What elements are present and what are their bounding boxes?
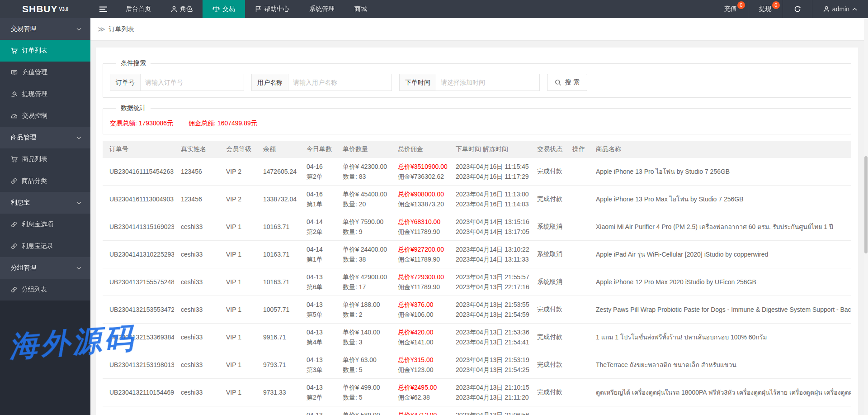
menu-item-help-center[interactable]: 帮助中心: [245, 0, 299, 18]
scrollbar-thumb[interactable]: [864, 156, 868, 253]
cell-day-orders: 04-13第6单: [300, 268, 336, 296]
table-row[interactable]: UB2304132106562365 ceshi33 VIP 1 9613.53…: [103, 406, 851, 415]
cell-action: [566, 186, 589, 213]
cell-balance: 1472605.24: [256, 158, 300, 186]
table-row[interactable]: UB2304132153198013 ceshi33 VIP 1 9793.71…: [103, 351, 851, 379]
table-row[interactable]: UB2304161115454263 123456 VIP 2 1472605.…: [103, 158, 851, 186]
cell-real-name: 123456: [174, 158, 219, 186]
main-content: 条件搜索 订单号 用户名称 下单时间 搜 索: [90, 41, 863, 415]
table-row[interactable]: UB2304132153553472 ceshi33 VIP 1 10057.7…: [103, 296, 851, 324]
cell-member-level: VIP 1: [219, 406, 256, 415]
sidebar-item-trade-control[interactable]: 交易控制: [0, 105, 90, 127]
cell-order-time: 2023年04月13日 21:53:192023年04月13日 21:54:25: [449, 351, 530, 379]
sidebar-item-order-list[interactable]: 订单列表: [0, 40, 90, 62]
breadcrumb: ≫ 订单列表: [90, 18, 868, 41]
cell-total-commission: 总价¥68310.00佣金¥11789.90: [391, 213, 449, 241]
cell-action: [566, 379, 589, 406]
cell-total-commission: 总价¥420.00佣金¥141.00: [391, 324, 449, 351]
username-input[interactable]: [288, 74, 392, 91]
cell-trade-status: 完成付款: [530, 406, 566, 415]
menu-item-roles[interactable]: 角色: [161, 0, 203, 18]
cell-member-level: VIP 1: [219, 268, 256, 296]
search-button[interactable]: 搜 索: [547, 74, 587, 91]
col-real-name: 真实姓名: [174, 141, 219, 158]
cell-total-commission: 总价¥2495.00佣金¥62.38: [391, 379, 449, 406]
cell-product-name: Zesty Paws Pill Wrap Probiotic Paste for…: [589, 296, 851, 324]
sidebar-item-label: 提现管理: [22, 90, 47, 98]
order-time-label: 下单时间: [399, 74, 436, 91]
search-row: 订单号 用户名称 下单时间 搜 索: [110, 74, 844, 91]
cell-balance: 10057.71: [256, 296, 300, 324]
table-row[interactable]: UB2304141315169023 ceshi33 VIP 1 10163.7…: [103, 213, 851, 241]
col-price-qty: 单价数量: [336, 141, 391, 158]
cell-order-no: UB2304132153369384: [103, 324, 174, 351]
sidebar-item-interest-records[interactable]: 利息宝记录: [0, 235, 90, 257]
cell-price-qty: 单价¥ 45400.00数量: 20: [336, 186, 391, 213]
cart-icon: [11, 48, 18, 54]
cell-action: [566, 406, 589, 415]
cell-order-time: 2023年04月13日 21:55:572023年04月13日 22:17:16: [449, 268, 530, 296]
sidebar-group-group-management[interactable]: 分组管理: [0, 257, 90, 279]
order-time-input[interactable]: [436, 74, 540, 91]
table-row[interactable]: UB2304132153369384 ceshi33 VIP 1 9916.71…: [103, 324, 851, 351]
menu-item-dashboard[interactable]: 后台首页: [116, 0, 161, 18]
cell-trade-status: 完成付款: [530, 324, 566, 351]
sidebar-item-product-list[interactable]: 商品列表: [0, 148, 90, 170]
sidebar-collapse-button[interactable]: [90, 0, 116, 18]
cell-member-level: VIP 2: [219, 186, 256, 213]
cell-real-name: ceshi33: [174, 213, 219, 241]
stats-fieldset: 数据统计 交易总额: 17930086元 佣金总额: 1607499.89元: [103, 104, 851, 134]
cell-order-no: UB2304132153553472: [103, 296, 174, 324]
cell-order-no: UB2304132110154469: [103, 379, 174, 406]
sidebar-group-interest-treasure[interactable]: 利息宝: [0, 192, 90, 214]
sidebar-item-product-category[interactable]: 商品分类: [0, 170, 90, 192]
sidebar-item-recharge-management[interactable]: 充值管理: [0, 62, 90, 83]
search-legend: 条件搜索: [116, 59, 151, 67]
menu-item-mall[interactable]: 商城: [344, 0, 377, 18]
total-commission-amount: 佣金总额: 1607499.89元: [189, 119, 257, 128]
chevron-down-icon: [76, 28, 81, 31]
sidebar-item-interest-options[interactable]: 利息宝选项: [0, 214, 90, 235]
page-scrollbar[interactable]: [864, 18, 868, 415]
cell-day-orders: 04-14第1单: [300, 241, 336, 268]
cell-trade-status: 系统取消: [530, 213, 566, 241]
cell-day-orders: 04-16第2单: [300, 158, 336, 186]
cell-day-orders: 04-14第2单: [300, 213, 336, 241]
cell-order-no: UB2304132153198013: [103, 351, 174, 379]
cell-day-orders: 04-16第1单: [300, 186, 336, 213]
cell-real-name: ceshi33: [174, 296, 219, 324]
order-no-label: 订单号: [110, 74, 140, 91]
sidebar-group-product-management[interactable]: 商品管理: [0, 127, 90, 148]
menu-item-trade[interactable]: 交易: [203, 0, 245, 18]
content-panel: 条件搜索 订单号 用户名称 下单时间 搜 索: [96, 48, 858, 415]
user-icon: [823, 6, 830, 12]
app-logo[interactable]: SHBUY V3.0: [0, 0, 90, 18]
menu-item-label: 后台首页: [126, 5, 151, 13]
order-table-body: UB2304161115454263 123456 VIP 2 1472605.…: [103, 158, 851, 415]
sidebar-item-withdraw-management[interactable]: 提现管理: [0, 83, 90, 105]
withdraw-button[interactable]: 提现 0: [748, 0, 783, 18]
recharge-badge: 0: [737, 1, 745, 9]
table-row[interactable]: UB2304141310225293 ceshi33 VIP 1 10163.7…: [103, 241, 851, 268]
cell-member-level: VIP 1: [219, 296, 256, 324]
cell-price-qty: 单价¥ 42300.00数量: 83: [336, 158, 391, 186]
sidebar-item-group-list[interactable]: 分组列表: [0, 279, 90, 301]
table-row[interactable]: UB2304132110154469 ceshi33 VIP 1 9731.33…: [103, 379, 851, 406]
sidebar-group-label: 利息宝: [11, 199, 30, 207]
cell-day-orders: 04-13第2单: [300, 379, 336, 406]
sidebar-group-trade-management[interactable]: 交易管理: [0, 18, 90, 40]
sidebar-item-label: 充值管理: [22, 68, 47, 76]
table-row[interactable]: UB2304132155575248 ceshi33 VIP 1 10163.7…: [103, 268, 851, 296]
col-day-orders: 今日单数: [300, 141, 336, 158]
order-table: 订单号 真实姓名 会员等级 余额 今日单数 单价数量 总价佣金 下单时间 解冻时…: [103, 141, 851, 415]
cell-total-commission: 总价¥376.00佣金¥106.00: [391, 296, 449, 324]
recharge-button[interactable]: 充值 0: [713, 0, 748, 18]
table-row[interactable]: UB2304161113004903 123456 VIP 2 1338732.…: [103, 186, 851, 213]
cell-order-time: 2023年04月16日 11:13:002023年04月16日 11:14:03: [449, 186, 530, 213]
menu-item-system[interactable]: 系统管理: [299, 0, 344, 18]
user-menu[interactable]: admin: [812, 0, 868, 18]
order-no-input[interactable]: [140, 74, 244, 91]
cell-product-name: Xiaomi Mi Air Purifier 4 Pro (PM 2.5) เค…: [589, 213, 851, 241]
cell-product-name: 1 แถม 1 โปรโมชั่นส่งฟรีทั้งร้าน! ปลาเส้น…: [589, 324, 851, 351]
refresh-button[interactable]: [783, 0, 812, 18]
